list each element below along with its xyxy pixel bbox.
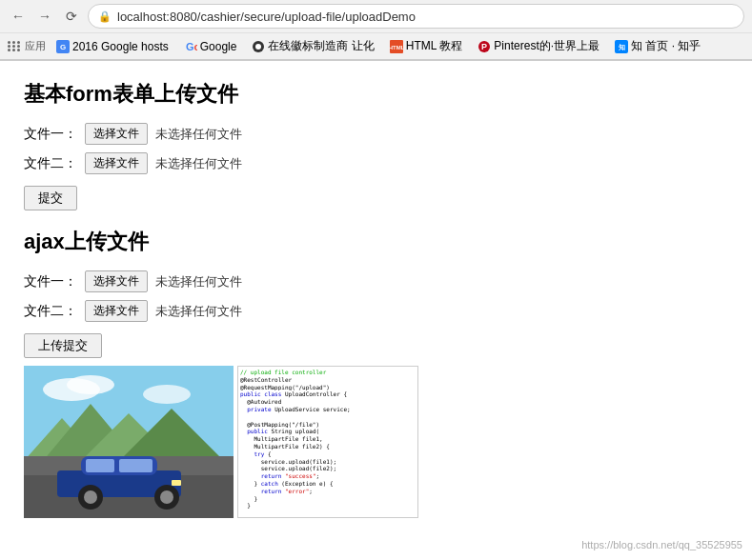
form-file2-label: 文件二： [24, 155, 77, 172]
svg-text:Google: Google [186, 41, 197, 52]
svg-text:P: P [481, 42, 487, 51]
bookmark-item-google[interactable]: Google Google [179, 38, 242, 55]
form-file1-no-file: 未选择任何文件 [155, 126, 242, 143]
preview-code-panel: // upload file controller @RestControlle… [237, 366, 418, 518]
bookmark-label-google: Google [200, 40, 237, 53]
apps-grid-icon [8, 41, 21, 51]
form-file1-row: 文件一： 选择文件 未选择任何文件 [24, 123, 728, 145]
form-submit-btn[interactable]: 提交 [24, 186, 77, 210]
form-file1-choose-btn[interactable]: 选择文件 [85, 123, 148, 145]
svg-text:G: G [60, 43, 66, 51]
lock-icon: 🔒 [98, 10, 112, 23]
bookmark-item-zhihu[interactable]: 知 知 首页 · 知乎 [610, 36, 705, 56]
ajax-file1-label: 文件一： [24, 273, 77, 290]
form-file2-no-file: 未选择任何文件 [155, 155, 242, 172]
svg-rect-24 [86, 459, 114, 472]
svg-point-27 [84, 490, 97, 504]
browser-chrome: ← → ⟳ 🔒 localhost:8080/cashier/secure/up… [0, 0, 752, 61]
bookmark-label-zhihu: 知 首页 · 知乎 [631, 38, 701, 54]
refresh-button[interactable]: ⟳ [61, 6, 82, 27]
ajax-file1-row: 文件一： 选择文件 未选择任何文件 [24, 270, 728, 292]
bookmarks-bar: 应用 G 2016 Google hosts Google Google 在线徽… [0, 32, 752, 60]
ajax-file2-no-file: 未选择任何文件 [155, 303, 242, 320]
ajax-file2-choose-btn[interactable]: 选择文件 [85, 300, 148, 322]
svg-text:HTML: HTML [390, 45, 403, 50]
back-button[interactable]: ← [8, 6, 29, 27]
bookmark-item-logo[interactable]: 在线徽标制造商 让化 [247, 36, 378, 56]
ajax-file1-choose-btn[interactable]: 选择文件 [85, 270, 148, 292]
ajax-file2-row: 文件二： 选择文件 未选择任何文件 [24, 300, 728, 322]
bookmark-icon-logo [252, 40, 265, 53]
form-file2-choose-btn[interactable]: 选择文件 [85, 152, 148, 174]
svg-point-13 [67, 375, 114, 394]
bookmark-item-html[interactable]: HTML HTML 教程 [385, 36, 468, 56]
ajax-file1-no-file: 未选择任何文件 [155, 273, 242, 290]
bookmark-label-html: HTML 教程 [406, 38, 463, 54]
svg-text:知: 知 [618, 44, 625, 50]
ajax-submit-btn[interactable]: 上传提交 [24, 333, 102, 358]
svg-rect-25 [119, 459, 152, 472]
preview-car-image [24, 366, 234, 518]
bookmark-label-hosts: 2016 Google hosts [72, 40, 169, 53]
svg-point-29 [160, 490, 173, 504]
svg-point-14 [143, 385, 191, 404]
bookmark-item-google-hosts[interactable]: G 2016 Google hosts [51, 38, 173, 55]
bookmark-icon-zhihu: 知 [615, 40, 628, 53]
ajax-section-title: ajax上传文件 [24, 228, 728, 256]
bookmark-icon-html: HTML [390, 40, 403, 53]
forward-button[interactable]: → [34, 6, 55, 27]
svg-point-4 [255, 44, 261, 50]
bookmark-label-pinterest: Pinterest的·世界上最 [494, 38, 600, 54]
form-file1-label: 文件一： [24, 126, 77, 143]
bookmark-label-logo: 在线徽标制造商 让化 [268, 38, 374, 54]
form-section-title: 基本form表单上传文件 [24, 80, 728, 109]
form-file2-row: 文件二： 选择文件 未选择任何文件 [24, 152, 728, 174]
svg-rect-30 [172, 480, 181, 486]
nav-bar: ← → ⟳ 🔒 localhost:8080/cashier/secure/up… [0, 0, 752, 32]
page-content: 基本form表单上传文件 文件一： 选择文件 未选择任何文件 文件二： 选择文件… [0, 61, 752, 537]
ajax-file2-label: 文件二： [24, 303, 77, 320]
car-scene-svg [24, 366, 234, 518]
bookmark-icon-pinterest: P [478, 40, 491, 53]
bookmark-icon-hosts: G [56, 40, 70, 53]
bookmark-item-pinterest[interactable]: P Pinterest的·世界上最 [473, 36, 604, 56]
bookmark-icon-google: Google [184, 40, 197, 53]
address-bar[interactable]: 🔒 localhost:8080/cashier/secure/upload-f… [88, 4, 744, 29]
apps-shortcut[interactable]: 应用 [8, 39, 46, 53]
preview-area: // upload file controller @RestControlle… [24, 366, 728, 518]
apps-label: 应用 [25, 39, 46, 53]
url-text: localhost:8080/cashier/secure/upload-fil… [117, 10, 416, 24]
